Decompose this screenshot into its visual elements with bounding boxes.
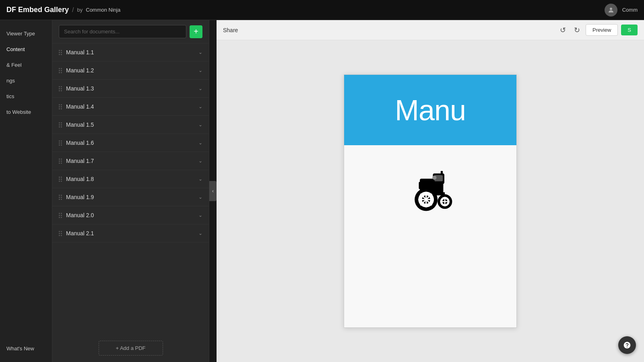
doc-header-bar: Manu <box>344 75 516 145</box>
document-list: Manual 1.1 ⌄ Manual 1.2 ⌄ Manual 1.3 ⌄ <box>52 43 209 334</box>
document-list-item[interactable]: Manual 1.9 ⌄ <box>52 188 209 206</box>
document-list-item[interactable]: Manual 2.1 ⌄ <box>52 224 209 243</box>
preview-area: Share ↺ ↻ Preview S Manu <box>217 20 644 362</box>
chevron-down-icon: ⌄ <box>198 68 202 73</box>
add-pdf-button[interactable]: + Add a PDF <box>99 341 163 356</box>
document-list-item[interactable]: Manual 1.5 ⌄ <box>52 116 209 134</box>
chevron-down-icon: ⌄ <box>198 140 202 146</box>
document-name: Manual 1.6 <box>66 140 194 146</box>
drag-handle <box>59 68 62 73</box>
sidebar-item-look-feel[interactable]: & Feel <box>0 58 52 72</box>
preview-canvas: Manu <box>217 40 644 362</box>
svg-rect-19 <box>419 182 426 189</box>
chevron-down-icon: ⌄ <box>198 122 202 128</box>
header-by: by <box>77 7 83 13</box>
main-layout: Viewer Type Content & Feel ngs tics to W… <box>0 20 644 362</box>
chevron-down-icon: ⌄ <box>198 49 202 55</box>
document-name: Manual 2.1 <box>66 230 194 237</box>
svg-point-5 <box>432 176 436 180</box>
document-name: Manual 2.0 <box>66 212 194 218</box>
document-name: Manual 1.1 <box>66 49 194 56</box>
svg-point-0 <box>610 8 612 10</box>
chevron-down-icon: ⌄ <box>198 194 202 200</box>
share-label: Share <box>223 27 238 33</box>
document-list-item[interactable]: Manual 1.7 ⌄ <box>52 152 209 170</box>
document-name: Manual 1.3 <box>66 85 194 92</box>
document-list-item[interactable]: Manual 1.4 ⌄ <box>52 98 209 116</box>
undo-button[interactable]: ↺ <box>557 24 568 36</box>
save-button[interactable]: S <box>621 25 638 35</box>
doc-panel-header: + <box>52 20 209 43</box>
drag-handle <box>59 122 62 128</box>
doc-title: Manu <box>395 94 466 127</box>
preview-button[interactable]: Preview <box>586 24 618 36</box>
tractor-icon <box>404 169 456 214</box>
app-title: DF Embed Gallery <box>6 6 69 14</box>
sidebar-item-whats-new[interactable]: What's New <box>0 341 52 356</box>
document-list-item[interactable]: Manual 1.8 ⌄ <box>52 170 209 188</box>
floating-help-button[interactable] <box>618 336 636 354</box>
sidebar-item-analytics[interactable]: tics <box>0 89 52 103</box>
add-document-button[interactable]: + <box>190 25 202 38</box>
app-header: DF Embed Gallery / by Common Ninja Comm <box>0 0 644 20</box>
document-name: Manual 1.9 <box>66 194 194 200</box>
chevron-down-icon: ⌄ <box>198 158 202 164</box>
drag-handle <box>59 231 62 236</box>
drag-handle <box>59 158 62 164</box>
chevron-down-icon: ⌄ <box>198 230 202 236</box>
header-separator: / <box>72 6 74 14</box>
document-name: Manual 1.8 <box>66 176 194 182</box>
avatar[interactable] <box>605 4 617 16</box>
document-list-item[interactable]: Manual 1.1 ⌄ <box>52 43 209 62</box>
document-list-item[interactable]: Manual 2.0 ⌄ <box>52 206 209 224</box>
chevron-down-icon: ⌄ <box>198 176 202 182</box>
drag-handle <box>59 213 62 218</box>
drag-handle <box>59 104 62 109</box>
document-list-item[interactable]: Manual 1.3 ⌄ <box>52 80 209 98</box>
drag-handle <box>59 50 62 55</box>
svg-rect-18 <box>436 192 445 195</box>
drag-handle <box>59 86 62 91</box>
document-list-item[interactable]: Manual 1.6 ⌄ <box>52 134 209 152</box>
sidebar-item-viewer-type[interactable]: Viewer Type <box>0 27 52 41</box>
search-input[interactable] <box>59 25 186 38</box>
header-left: DF Embed Gallery / by Common Ninja <box>6 6 120 14</box>
document-name: Manual 1.4 <box>66 103 194 110</box>
drag-handle <box>59 195 62 200</box>
toolbar-right: ↺ ↻ Preview S <box>557 24 638 36</box>
preview-toolbar: Share ↺ ↻ Preview S <box>217 20 644 40</box>
doc-body <box>344 145 516 327</box>
sidebar-item-settings[interactable]: ngs <box>0 74 52 88</box>
document-name: Manual 1.5 <box>66 121 194 128</box>
header-brand: Common Ninja <box>86 7 120 13</box>
header-comm-label: Comm <box>622 7 638 13</box>
document-name: Manual 1.2 <box>66 67 194 74</box>
chevron-down-icon: ⌄ <box>198 104 202 109</box>
header-right: Comm <box>605 4 638 16</box>
document-list-item[interactable]: Manual 1.2 ⌄ <box>52 62 209 80</box>
sidebar-item-content[interactable]: Content <box>0 42 52 56</box>
redo-button[interactable]: ↻ <box>572 24 582 36</box>
left-sidebar: Viewer Type Content & Feel ngs tics to W… <box>0 20 52 362</box>
drag-handle <box>59 177 62 182</box>
document-name: Manual 1.7 <box>66 158 194 164</box>
sidebar-item-add-to-website[interactable]: to Website <box>0 105 52 119</box>
chevron-down-icon: ⌄ <box>198 86 202 91</box>
svg-rect-4 <box>441 171 443 175</box>
document-panel: + Manual 1.1 ⌄ Manual 1.2 ⌄ <box>52 20 209 362</box>
panel-toggle-button[interactable]: ‹ <box>209 181 217 201</box>
document-preview: Manu <box>344 74 517 328</box>
drag-handle <box>59 140 62 146</box>
chevron-down-icon: ⌄ <box>198 212 202 218</box>
